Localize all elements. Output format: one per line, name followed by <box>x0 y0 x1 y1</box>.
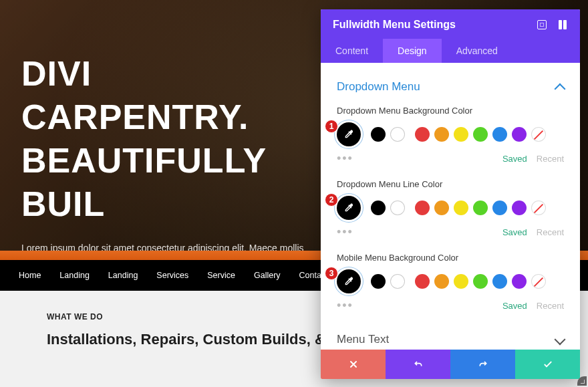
panel-header: Fullwidth Menu Settings Content Design A… <box>321 9 580 63</box>
resize-handle[interactable] <box>577 376 587 386</box>
color-subrow: ••• Saved Recent <box>321 152 580 175</box>
annotation-badge: 3 <box>325 267 338 280</box>
expand-icon[interactable] <box>537 20 547 29</box>
swatch-green[interactable] <box>473 201 488 215</box>
chevron-down-icon <box>555 334 566 346</box>
panel-footer <box>321 350 580 379</box>
eyedropper-icon <box>343 203 354 213</box>
color-subrow: ••• Saved Recent <box>321 225 580 249</box>
swatch-purple[interactable] <box>512 274 527 289</box>
undo-icon <box>413 359 424 370</box>
swatch-yellow[interactable] <box>454 201 468 215</box>
chevron-up-icon <box>555 84 566 95</box>
nav-item[interactable]: Home <box>19 271 41 280</box>
section-title: Menu Text <box>337 333 389 346</box>
redo-icon <box>478 359 488 370</box>
swatch-blue[interactable] <box>492 127 507 142</box>
recent-tab[interactable]: Recent <box>537 301 564 311</box>
swatch-row: 2 <box>321 196 580 225</box>
saved-tab[interactable]: Saved <box>502 227 527 237</box>
saved-tab[interactable]: Saved <box>502 301 527 311</box>
panel-title: Fullwidth Menu Settings <box>333 19 456 31</box>
tab-design[interactable]: Design <box>383 39 442 63</box>
hero: DIVI CARPENTRY. BEAUTIFULLY BUIL Lorem i… <box>21 52 321 273</box>
nav-item[interactable]: Landing <box>59 271 90 280</box>
swatch-purple[interactable] <box>512 127 527 142</box>
swatch-red[interactable] <box>415 127 430 142</box>
undo-button[interactable] <box>386 350 450 379</box>
save-button[interactable] <box>515 350 580 379</box>
color-picker-button[interactable] <box>337 122 361 146</box>
hero-title-line2: BEAUTIFULLY BUIL <box>21 141 266 223</box>
swatch-orange[interactable] <box>434 274 449 289</box>
color-picker-button[interactable] <box>337 269 361 293</box>
swatch-none[interactable] <box>531 201 546 215</box>
cancel-button[interactable] <box>321 350 386 379</box>
color-picker-button[interactable] <box>337 196 361 220</box>
annotation-badge: 1 <box>325 120 338 133</box>
swatch-orange[interactable] <box>434 201 449 215</box>
tab-advanced[interactable]: Advanced <box>442 39 512 63</box>
nav-item[interactable]: Gallery <box>254 271 281 280</box>
responsive-icon[interactable] <box>559 20 568 29</box>
swatch-yellow[interactable] <box>454 274 468 289</box>
tab-content[interactable]: Content <box>321 39 383 63</box>
settings-panel: Fullwidth Menu Settings Content Design A… <box>321 9 580 379</box>
swatch-none[interactable] <box>531 274 546 289</box>
panel-tabs: Content Design Advanced <box>321 39 580 63</box>
redo-button[interactable] <box>450 350 515 379</box>
swatch-red[interactable] <box>415 274 430 289</box>
swatch-blue[interactable] <box>492 201 507 215</box>
swatch-red[interactable] <box>415 201 430 215</box>
swatch-white[interactable] <box>390 274 405 289</box>
recent-tab[interactable]: Recent <box>537 154 564 164</box>
swatch-green[interactable] <box>473 274 488 289</box>
close-icon <box>348 359 359 370</box>
hero-title-line1: DIVI CARPENTRY. <box>21 54 249 136</box>
color-subrow: ••• Saved Recent <box>321 299 580 322</box>
saved-tab[interactable]: Saved <box>502 154 527 164</box>
eyedropper-icon <box>343 276 354 287</box>
panel-body[interactable]: Dropdown Menu Dropdown Menu Background C… <box>321 63 580 350</box>
nav-item[interactable]: Landing <box>108 271 138 280</box>
swatch-blue[interactable] <box>492 274 507 289</box>
nav-item[interactable]: Service <box>207 271 235 280</box>
annotation-badge: 2 <box>325 193 338 207</box>
section-menu-text[interactable]: Menu Text <box>321 322 580 350</box>
swatch-white[interactable] <box>390 127 405 142</box>
swatch-orange[interactable] <box>434 127 449 142</box>
nav-item[interactable]: Services <box>156 271 188 280</box>
swatch-none[interactable] <box>531 127 546 142</box>
check-icon <box>543 359 553 370</box>
option-label: Dropdown Menu Line Color <box>321 179 580 189</box>
swatch-black[interactable] <box>371 201 386 215</box>
swatch-white[interactable] <box>390 201 405 215</box>
eyedropper-icon <box>343 129 354 140</box>
more-dots-icon[interactable]: ••• <box>337 152 353 166</box>
hero-title: DIVI CARPENTRY. BEAUTIFULLY BUIL <box>21 52 321 226</box>
section-dropdown-menu[interactable]: Dropdown Menu <box>321 70 580 102</box>
swatch-row: 3 <box>321 269 580 299</box>
swatch-yellow[interactable] <box>454 127 468 142</box>
swatch-row: 1 <box>321 122 580 152</box>
option-label: Mobile Menu Background Color <box>321 253 580 263</box>
swatch-green[interactable] <box>473 127 488 142</box>
recent-tab[interactable]: Recent <box>537 227 564 237</box>
swatch-black[interactable] <box>371 127 386 142</box>
swatch-purple[interactable] <box>512 201 527 215</box>
option-label: Dropdown Menu Background Color <box>321 106 580 116</box>
section-title: Dropdown Menu <box>337 80 420 94</box>
swatch-black[interactable] <box>371 274 386 289</box>
more-dots-icon[interactable]: ••• <box>337 225 353 239</box>
more-dots-icon[interactable]: ••• <box>337 299 353 313</box>
